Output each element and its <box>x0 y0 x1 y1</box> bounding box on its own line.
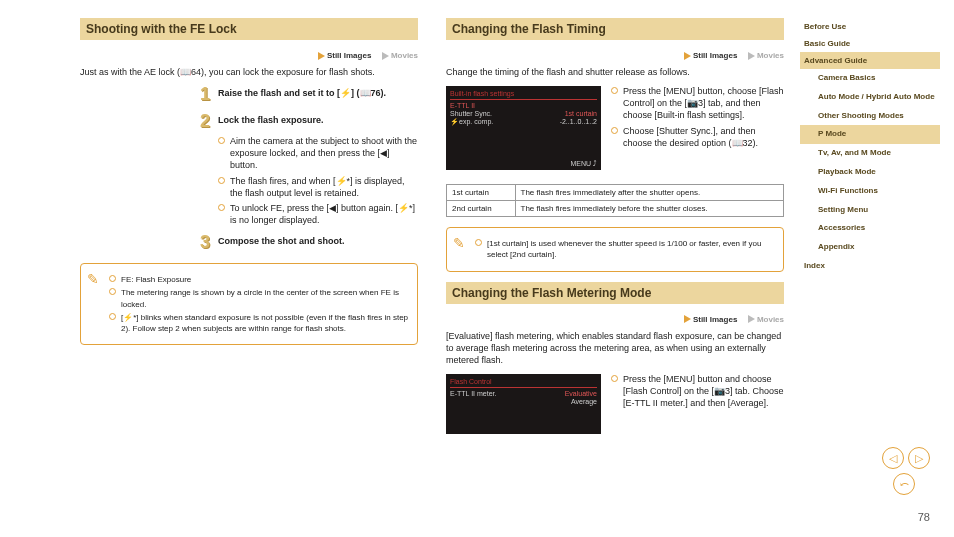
page-number: 78 <box>918 511 930 523</box>
mode-indicator: Still Images Movies <box>446 314 784 324</box>
step-1: 1Raise the flash and set it to [⚡] (📖76)… <box>200 84 418 105</box>
toc-subitem[interactable]: Setting Menu <box>800 201 940 220</box>
triangle-icon <box>684 315 691 323</box>
toc-subitem[interactable]: Accessories <box>800 219 940 238</box>
toc-item[interactable]: Basic Guide <box>800 35 940 52</box>
bullet-icon <box>109 313 116 320</box>
menu-hint: MENU ⤴ <box>570 160 597 167</box>
col-left: Shooting with the FE Lock Still Images M… <box>80 18 418 442</box>
step-number: 1 <box>200 84 218 105</box>
triangle-icon <box>748 315 755 323</box>
shot-title: Flash Control <box>450 378 597 388</box>
note-item: The metering range is shown by a circle … <box>109 287 409 309</box>
table-row: 2nd curtainThe flash fires immediately b… <box>447 201 784 217</box>
toc-subitem[interactable]: Appendix <box>800 238 940 257</box>
toc-subitem[interactable]: Playback Mode <box>800 163 940 182</box>
step-number: 3 <box>200 232 218 253</box>
pencil-icon: ✎ <box>453 234 465 254</box>
triangle-icon <box>318 52 325 60</box>
toc-subitem[interactable]: P Mode <box>800 125 940 144</box>
shot-title: Built-in flash settings <box>450 90 597 100</box>
triangle-icon <box>382 52 389 60</box>
bullet-icon <box>218 137 225 144</box>
triangle-icon <box>684 52 691 60</box>
camera-screenshot: Built-in flash settings E-TTL II Shutter… <box>446 86 601 170</box>
bullet: Aim the camera at the subject to shoot w… <box>218 135 418 171</box>
toc-subitem[interactable]: Wi-Fi Functions <box>800 182 940 201</box>
toc-item[interactable]: Index <box>800 257 940 274</box>
note-item: FE: Flash Exposure <box>109 274 409 285</box>
curtain-table: 1st curtainThe flash fires immediately a… <box>446 184 784 217</box>
heading-flash-timing: Changing the Flash Timing <box>446 18 784 40</box>
mode-indicator: Still Images Movies <box>80 50 418 60</box>
bullet-icon <box>218 204 225 211</box>
toc-subitem[interactable]: Auto Mode / Hybrid Auto Mode <box>800 88 940 107</box>
page: Shooting with the FE Lock Still Images M… <box>0 0 954 537</box>
note-item: [1st curtain] is used whenever the shutt… <box>475 238 775 260</box>
col-right: Changing the Flash Timing Still Images M… <box>446 18 784 442</box>
note-box: ✎ [1st curtain] is used whenever the shu… <box>446 227 784 271</box>
camera-screenshot: Flash Control E-TTL II meter.Evaluative … <box>446 374 601 434</box>
heading-flash-metering: Changing the Flash Metering Mode <box>446 282 784 304</box>
bullet-icon <box>109 275 116 282</box>
mode-indicator: Still Images Movies <box>446 50 784 60</box>
note-item: [⚡*] blinks when standard exposure is no… <box>109 312 409 334</box>
nav-buttons: ◁▷ ⤺ <box>880 445 932 497</box>
screenshot-with-text: Flash Control E-TTL II meter.Evaluative … <box>446 370 784 442</box>
bullet: The flash fires, and when [⚡*] is displa… <box>218 175 418 199</box>
note-box: ✎ FE: Flash Exposure The metering range … <box>80 263 418 345</box>
screenshot-with-text: Built-in flash settings E-TTL II Shutter… <box>446 82 784 178</box>
bullet-icon <box>109 288 116 295</box>
bullet: Choose [Shutter Sync.], and then choose … <box>611 125 784 149</box>
table-row: 1st curtainThe flash fires immediately a… <box>447 185 784 201</box>
bullet-icon <box>611 375 618 382</box>
toc-item[interactable]: Advanced Guide <box>800 52 940 69</box>
toc-item[interactable]: Before Use <box>800 18 940 35</box>
toc-sidebar: Before UseBasic GuideAdvanced GuideCamer… <box>800 18 940 274</box>
pencil-icon: ✎ <box>87 270 99 290</box>
step-number: 2 <box>200 111 218 132</box>
next-button[interactable]: ▷ <box>908 447 930 469</box>
bullet-icon <box>475 239 482 246</box>
bullet-icon <box>218 177 225 184</box>
triangle-icon <box>748 52 755 60</box>
step-2: 2Lock the flash exposure. <box>200 111 418 132</box>
bullet-icon <box>611 127 618 134</box>
intro-text: Change the timing of the flash and shutt… <box>446 66 784 78</box>
prev-button[interactable]: ◁ <box>882 447 904 469</box>
toc-subitem[interactable]: Other Shooting Modes <box>800 107 940 126</box>
bullet: To unlock FE, press the [◀] button again… <box>218 202 418 226</box>
toc-subitem[interactable]: Camera Basics <box>800 69 940 88</box>
bullet: Press the [MENU] button and choose [Flas… <box>611 373 784 409</box>
heading-fe-lock: Shooting with the FE Lock <box>80 18 418 40</box>
step-3: 3Compose the shot and shoot. <box>200 232 418 253</box>
intro-text: [Evaluative] flash metering, which enabl… <box>446 330 784 366</box>
bullet-icon <box>611 87 618 94</box>
bullet: Press the [MENU] button, choose [Flash C… <box>611 85 784 121</box>
toc-subitem[interactable]: Tv, Av, and M Mode <box>800 144 940 163</box>
return-button[interactable]: ⤺ <box>893 473 915 495</box>
intro-text: Just as with the AE lock (📖64), you can … <box>80 66 418 78</box>
